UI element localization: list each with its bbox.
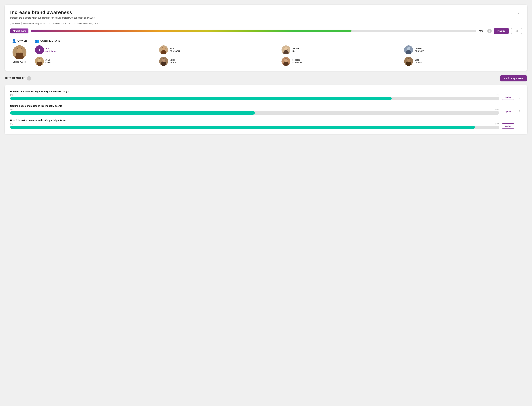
kr-section-title: KEY RESULTS bbox=[5, 77, 25, 80]
contributor-name: Brad MILLER bbox=[415, 58, 422, 64]
kr-progress-row: 0% 100% Update ⋮ bbox=[10, 109, 522, 115]
owner-label: 👤 OWNER bbox=[12, 39, 27, 43]
svg-point-3 bbox=[17, 48, 22, 53]
add-contributor-circle[interactable]: + bbox=[35, 45, 44, 54]
type-badge: Individual bbox=[10, 22, 21, 25]
contributor-name: Laurent BENNOIT bbox=[415, 47, 424, 53]
kr-bar-bg bbox=[10, 97, 499, 100]
kill-button[interactable]: Kill bbox=[511, 28, 522, 34]
progress-label: Almost there bbox=[10, 29, 28, 33]
svg-point-12 bbox=[284, 47, 288, 51]
kr-bar-wrapper: 0% 100% bbox=[10, 109, 499, 115]
svg-point-24 bbox=[162, 58, 165, 62]
kr-more-icon[interactable]: ⋮ bbox=[517, 123, 522, 128]
contributors-grid: + Add contributors bbox=[35, 45, 522, 66]
contributor-item[interactable]: Laurent BENNOIT bbox=[404, 45, 522, 54]
owner-avatar bbox=[13, 45, 27, 59]
contributor-item[interactable]: Julia BRANSON bbox=[159, 45, 278, 54]
contributors-label: 👥 CONTRIBUTORS bbox=[35, 39, 522, 43]
kr-bar-fill bbox=[10, 126, 475, 129]
svg-rect-4 bbox=[16, 53, 23, 59]
add-key-result-button[interactable]: + Add Key Result bbox=[500, 75, 527, 81]
contributor-avatar bbox=[159, 57, 168, 66]
kr-item-title: Publish 15 articles on key industry infl… bbox=[10, 90, 69, 93]
contributor-name: Jiaowei LIN bbox=[292, 47, 299, 53]
kr-percent-labels: 0% 100% bbox=[10, 94, 499, 96]
kr-progress-row: 0% 100% Update ⋮ bbox=[10, 123, 522, 129]
kr-label-start: 0% bbox=[10, 123, 13, 125]
contributor-avatar bbox=[281, 45, 290, 54]
contributor-item[interactable]: Jiaowei LIN bbox=[281, 45, 400, 54]
kr-label-start: 0% bbox=[10, 94, 13, 96]
kr-percent-labels: 0% 100% bbox=[10, 123, 499, 125]
kr-item: Publish 15 articles on key industry infl… bbox=[10, 90, 522, 100]
contributor-item[interactable]: Rebecca GOLDMAN bbox=[281, 57, 400, 66]
contributor-avatar bbox=[159, 45, 168, 54]
kr-item: Secure 2 speaking spots at top industry … bbox=[10, 104, 522, 115]
kr-label-start: 0% bbox=[10, 109, 13, 110]
finalize-button[interactable]: Finalize bbox=[494, 28, 509, 34]
kr-label-end: 100% bbox=[494, 123, 499, 125]
kr-bar-wrapper: 0% 100% bbox=[10, 123, 499, 129]
kr-bar-bg bbox=[10, 111, 499, 115]
owner-icon: 👤 bbox=[12, 39, 16, 43]
objective-header: Increase brand awareness ⋮ bbox=[10, 10, 522, 15]
contributor-item[interactable]: Brad MILLER bbox=[404, 57, 522, 66]
kr-item-header: Secure 2 speaking spots at top industry … bbox=[10, 104, 522, 107]
kr-info-icon[interactable]: i bbox=[27, 76, 31, 80]
update-button[interactable]: Update bbox=[502, 109, 514, 114]
contributor-name: Alan CENA bbox=[45, 58, 51, 64]
owner-avatar-svg bbox=[13, 45, 27, 59]
contributor-name: Navid KABIR bbox=[170, 58, 176, 64]
progress-percent: 72% bbox=[479, 30, 485, 32]
owner-name: Jamie KARR bbox=[13, 61, 26, 63]
contributor-name: Julia BRANSON bbox=[170, 47, 180, 53]
svg-point-16 bbox=[407, 47, 410, 51]
kr-bar-fill bbox=[10, 111, 255, 115]
contributor-item[interactable]: Navid KABIR bbox=[159, 57, 278, 66]
kr-more-icon[interactable]: ⋮ bbox=[517, 109, 522, 114]
svg-point-8 bbox=[162, 47, 165, 51]
objective-card: Increase brand awareness ⋮ Increase the … bbox=[5, 5, 527, 71]
kr-item-title: Host 3 industry meetups with 100+ partic… bbox=[10, 119, 68, 122]
kr-progress-row: 0% 100% Update ⋮ bbox=[10, 94, 522, 100]
more-options-icon[interactable]: ⋮ bbox=[516, 10, 522, 14]
contributor-avatar bbox=[404, 57, 413, 66]
date-added: Date added : May 19, 2021 bbox=[23, 22, 48, 25]
kr-item-header: Publish 15 articles on key industry infl… bbox=[10, 90, 522, 93]
kr-bar-bg bbox=[10, 126, 499, 129]
add-icon: + bbox=[38, 47, 41, 52]
kr-title-group: KEY RESULTS i bbox=[5, 76, 31, 80]
objective-description: Increase the extent to which our users r… bbox=[10, 17, 522, 19]
deadline: Deadline: Jun 30, 2021 bbox=[52, 22, 73, 25]
update-button[interactable]: Update bbox=[502, 94, 514, 100]
contributors-column: 👥 CONTRIBUTORS + Add contributors bbox=[35, 39, 522, 66]
kr-item-title: Secure 2 speaking spots at top industry … bbox=[10, 104, 62, 107]
kr-more-icon[interactable]: ⋮ bbox=[517, 94, 522, 100]
key-results-card: Publish 15 articles on key industry infl… bbox=[5, 85, 527, 134]
kr-bar-fill bbox=[10, 97, 392, 100]
key-results-section: KEY RESULTS i + Add Key Result Publish 1… bbox=[5, 75, 527, 134]
kr-label-end: 100% bbox=[494, 94, 499, 96]
svg-point-20 bbox=[38, 58, 41, 62]
contributor-avatar bbox=[35, 57, 44, 66]
meta-row: Individual Date added : May 19, 2021 - D… bbox=[10, 22, 522, 25]
contributors-icon: 👥 bbox=[35, 39, 39, 43]
progress-section: Almost there 72% i Finalize Kill bbox=[10, 28, 522, 34]
contributor-name: Rebecca GOLDMAN bbox=[292, 58, 302, 64]
add-contributor-item[interactable]: + Add contributors bbox=[35, 45, 155, 54]
objective-title: Increase brand awareness bbox=[10, 10, 72, 15]
owner-column: 👤 OWNER Jamie KARR bbox=[10, 39, 29, 66]
contributor-item[interactable]: Alan CENA bbox=[35, 57, 155, 66]
kr-item: Host 3 industry meetups with 100+ partic… bbox=[10, 119, 522, 129]
progress-bar-fill bbox=[31, 29, 351, 32]
svg-point-32 bbox=[407, 58, 410, 62]
progress-info-icon[interactable]: i bbox=[487, 29, 492, 33]
last-update: Last update : May 19, 2021 bbox=[77, 22, 101, 25]
contributor-avatar bbox=[281, 57, 290, 66]
contributor-avatar bbox=[404, 45, 413, 54]
kr-percent-labels: 0% 100% bbox=[10, 109, 499, 110]
key-results-header: KEY RESULTS i + Add Key Result bbox=[5, 75, 527, 81]
people-section: 👤 OWNER Jamie KARR 👥 CONTRIBUTORS bbox=[10, 39, 522, 66]
update-button[interactable]: Update bbox=[502, 123, 514, 129]
